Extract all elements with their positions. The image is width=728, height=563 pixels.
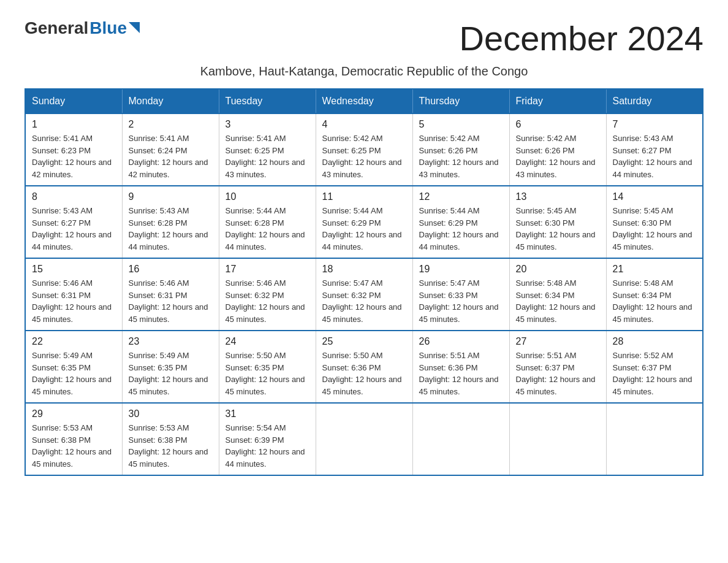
day-number: 21 bbox=[613, 264, 697, 275]
calendar-cell: 9Sunrise: 5:43 AMSunset: 6:28 PMDaylight… bbox=[122, 186, 219, 258]
day-info: Sunrise: 5:50 AMSunset: 6:35 PMDaylight:… bbox=[226, 350, 309, 397]
calendar-cell: 12Sunrise: 5:44 AMSunset: 6:29 PMDayligh… bbox=[412, 186, 509, 258]
calendar-header-friday: Friday bbox=[509, 89, 606, 113]
day-number: 29 bbox=[32, 408, 116, 419]
day-info: Sunrise: 5:44 AMSunset: 6:28 PMDaylight:… bbox=[226, 205, 309, 253]
day-number: 2 bbox=[129, 119, 213, 130]
day-number: 6 bbox=[516, 119, 600, 130]
calendar-cell bbox=[412, 403, 509, 475]
logo-general-text: General bbox=[25, 18, 88, 38]
calendar-week-row: 8Sunrise: 5:43 AMSunset: 6:27 PMDaylight… bbox=[25, 186, 703, 258]
day-info: Sunrise: 5:51 AMSunset: 6:37 PMDaylight:… bbox=[516, 350, 600, 397]
day-info: Sunrise: 5:47 AMSunset: 6:32 PMDaylight:… bbox=[322, 277, 406, 325]
day-number: 7 bbox=[613, 119, 697, 130]
calendar-cell: 8Sunrise: 5:43 AMSunset: 6:27 PMDaylight… bbox=[25, 186, 122, 258]
day-info: Sunrise: 5:44 AMSunset: 6:29 PMDaylight:… bbox=[419, 205, 503, 253]
day-number: 5 bbox=[419, 119, 503, 130]
calendar-header-saturday: Saturday bbox=[606, 89, 703, 113]
calendar-cell: 10Sunrise: 5:44 AMSunset: 6:28 PMDayligh… bbox=[219, 186, 316, 258]
day-number: 10 bbox=[226, 191, 309, 202]
day-info: Sunrise: 5:41 AMSunset: 6:23 PMDaylight:… bbox=[32, 132, 116, 180]
day-info: Sunrise: 5:43 AMSunset: 6:27 PMDaylight:… bbox=[32, 205, 116, 253]
calendar-cell: 22Sunrise: 5:49 AMSunset: 6:35 PMDayligh… bbox=[25, 331, 122, 403]
day-number: 1 bbox=[32, 119, 116, 130]
calendar-week-row: 29Sunrise: 5:53 AMSunset: 6:38 PMDayligh… bbox=[25, 403, 703, 475]
day-info: Sunrise: 5:46 AMSunset: 6:32 PMDaylight:… bbox=[226, 277, 309, 325]
logo-triangle-icon bbox=[129, 22, 140, 33]
day-number: 4 bbox=[322, 119, 406, 130]
calendar-cell: 24Sunrise: 5:50 AMSunset: 6:35 PMDayligh… bbox=[219, 331, 316, 403]
day-number: 9 bbox=[129, 191, 213, 202]
calendar-week-row: 15Sunrise: 5:46 AMSunset: 6:31 PMDayligh… bbox=[25, 258, 703, 331]
day-number: 30 bbox=[129, 408, 213, 419]
calendar-header-sunday: Sunday bbox=[25, 89, 122, 113]
calendar-cell: 16Sunrise: 5:46 AMSunset: 6:31 PMDayligh… bbox=[122, 258, 219, 331]
day-number: 11 bbox=[322, 191, 406, 202]
day-info: Sunrise: 5:41 AMSunset: 6:24 PMDaylight:… bbox=[129, 132, 213, 180]
calendar-cell: 18Sunrise: 5:47 AMSunset: 6:32 PMDayligh… bbox=[316, 258, 412, 331]
calendar-cell: 30Sunrise: 5:53 AMSunset: 6:38 PMDayligh… bbox=[122, 403, 219, 475]
calendar-cell: 19Sunrise: 5:47 AMSunset: 6:33 PMDayligh… bbox=[412, 258, 509, 331]
subtitle: Kambove, Haut-Katanga, Democratic Republ… bbox=[25, 64, 703, 79]
day-info: Sunrise: 5:54 AMSunset: 6:39 PMDaylight:… bbox=[226, 422, 309, 470]
month-title: December 2024 bbox=[460, 18, 703, 58]
logo: General Blue bbox=[25, 18, 140, 38]
day-info: Sunrise: 5:46 AMSunset: 6:31 PMDaylight:… bbox=[129, 277, 213, 325]
calendar-cell: 17Sunrise: 5:46 AMSunset: 6:32 PMDayligh… bbox=[219, 258, 316, 331]
day-info: Sunrise: 5:48 AMSunset: 6:34 PMDaylight:… bbox=[516, 277, 600, 325]
day-info: Sunrise: 5:47 AMSunset: 6:33 PMDaylight:… bbox=[419, 277, 503, 325]
day-number: 22 bbox=[32, 336, 116, 347]
calendar-header-wednesday: Wednesday bbox=[316, 89, 412, 113]
calendar-cell: 15Sunrise: 5:46 AMSunset: 6:31 PMDayligh… bbox=[25, 258, 122, 331]
day-info: Sunrise: 5:42 AMSunset: 6:26 PMDaylight:… bbox=[419, 132, 503, 180]
calendar-cell: 27Sunrise: 5:51 AMSunset: 6:37 PMDayligh… bbox=[509, 331, 606, 403]
calendar-cell bbox=[316, 403, 412, 475]
day-number: 28 bbox=[613, 336, 697, 347]
day-number: 14 bbox=[613, 191, 697, 202]
day-info: Sunrise: 5:49 AMSunset: 6:35 PMDaylight:… bbox=[129, 350, 213, 397]
calendar-cell: 21Sunrise: 5:48 AMSunset: 6:34 PMDayligh… bbox=[606, 258, 703, 331]
calendar-cell: 11Sunrise: 5:44 AMSunset: 6:29 PMDayligh… bbox=[316, 186, 412, 258]
day-number: 18 bbox=[322, 264, 406, 275]
calendar-cell bbox=[606, 403, 703, 475]
day-info: Sunrise: 5:51 AMSunset: 6:36 PMDaylight:… bbox=[419, 350, 503, 397]
day-info: Sunrise: 5:53 AMSunset: 6:38 PMDaylight:… bbox=[32, 422, 116, 470]
logo-blue-text: Blue bbox=[89, 18, 127, 38]
day-number: 31 bbox=[226, 408, 309, 419]
day-number: 20 bbox=[516, 264, 600, 275]
day-number: 15 bbox=[32, 264, 116, 275]
calendar-header-tuesday: Tuesday bbox=[219, 89, 316, 113]
day-info: Sunrise: 5:44 AMSunset: 6:29 PMDaylight:… bbox=[322, 205, 406, 253]
calendar-cell: 25Sunrise: 5:50 AMSunset: 6:36 PMDayligh… bbox=[316, 331, 412, 403]
day-info: Sunrise: 5:46 AMSunset: 6:31 PMDaylight:… bbox=[32, 277, 116, 325]
calendar-header-thursday: Thursday bbox=[412, 89, 509, 113]
calendar-cell: 5Sunrise: 5:42 AMSunset: 6:26 PMDaylight… bbox=[412, 113, 509, 186]
calendar-cell: 4Sunrise: 5:42 AMSunset: 6:25 PMDaylight… bbox=[316, 113, 412, 186]
calendar-cell: 7Sunrise: 5:43 AMSunset: 6:27 PMDaylight… bbox=[606, 113, 703, 186]
calendar-header-row: SundayMondayTuesdayWednesdayThursdayFrid… bbox=[25, 89, 703, 113]
calendar-cell: 23Sunrise: 5:49 AMSunset: 6:35 PMDayligh… bbox=[122, 331, 219, 403]
day-number: 19 bbox=[419, 264, 503, 275]
day-number: 3 bbox=[226, 119, 309, 130]
calendar-cell: 2Sunrise: 5:41 AMSunset: 6:24 PMDaylight… bbox=[122, 113, 219, 186]
calendar-cell bbox=[509, 403, 606, 475]
calendar-table: SundayMondayTuesdayWednesdayThursdayFrid… bbox=[25, 88, 703, 476]
day-info: Sunrise: 5:43 AMSunset: 6:28 PMDaylight:… bbox=[129, 205, 213, 253]
day-number: 13 bbox=[516, 191, 600, 202]
day-info: Sunrise: 5:42 AMSunset: 6:25 PMDaylight:… bbox=[322, 132, 406, 180]
day-info: Sunrise: 5:48 AMSunset: 6:34 PMDaylight:… bbox=[613, 277, 697, 325]
page-header: General Blue December 2024 bbox=[25, 18, 703, 58]
calendar-cell: 6Sunrise: 5:42 AMSunset: 6:26 PMDaylight… bbox=[509, 113, 606, 186]
calendar-cell: 1Sunrise: 5:41 AMSunset: 6:23 PMDaylight… bbox=[25, 113, 122, 186]
calendar-cell: 3Sunrise: 5:41 AMSunset: 6:25 PMDaylight… bbox=[219, 113, 316, 186]
day-number: 24 bbox=[226, 336, 309, 347]
calendar-cell: 29Sunrise: 5:53 AMSunset: 6:38 PMDayligh… bbox=[25, 403, 122, 475]
day-number: 23 bbox=[129, 336, 213, 347]
calendar-header-monday: Monday bbox=[122, 89, 219, 113]
day-number: 27 bbox=[516, 336, 600, 347]
day-number: 8 bbox=[32, 191, 116, 202]
day-info: Sunrise: 5:42 AMSunset: 6:26 PMDaylight:… bbox=[516, 132, 600, 180]
calendar-cell: 31Sunrise: 5:54 AMSunset: 6:39 PMDayligh… bbox=[219, 403, 316, 475]
day-info: Sunrise: 5:52 AMSunset: 6:37 PMDaylight:… bbox=[613, 350, 697, 397]
day-number: 12 bbox=[419, 191, 503, 202]
